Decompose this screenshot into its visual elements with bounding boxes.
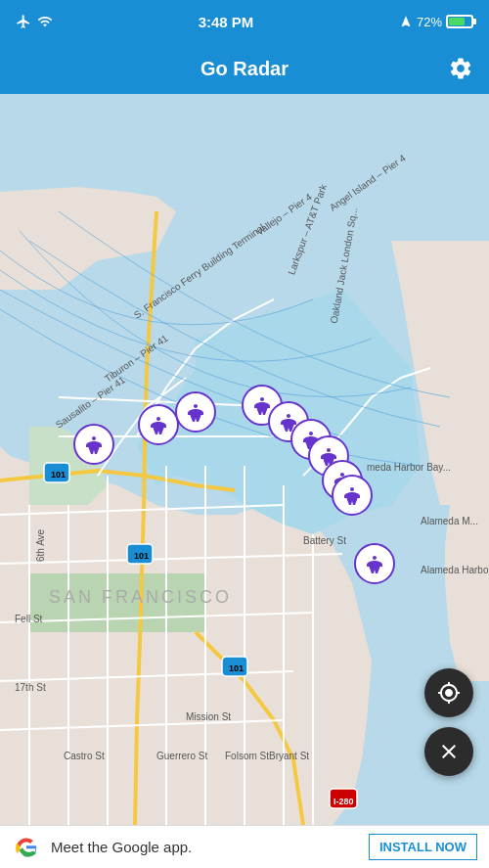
rider-pin[interactable] — [72, 423, 115, 466]
svg-text:Guerrero St: Guerrero St — [156, 751, 207, 761]
rider-pin[interactable] — [174, 390, 217, 434]
svg-text:Alameda Harbor Bay...: Alameda Harbor Bay... — [421, 565, 489, 575]
battery-icon — [446, 15, 473, 28]
map-area[interactable]: 6th Ave Fell St 17th St Castro St Guerre… — [0, 94, 489, 825]
svg-text:SAN FRANCISCO: SAN FRANCISCO — [49, 587, 232, 607]
svg-text:6th Ave: 6th Ave — [35, 528, 46, 562]
settings-button[interactable] — [446, 54, 475, 83]
ad-text: Meet the Google app. — [51, 839, 369, 855]
location-arrow-icon — [399, 15, 413, 28]
battery-fill — [449, 18, 465, 25]
status-right: 72% — [399, 15, 473, 29]
status-left — [16, 14, 53, 29]
svg-text:Alameda M...: Alameda M... — [421, 516, 478, 526]
locate-button[interactable] — [424, 668, 473, 717]
close-icon — [437, 740, 461, 763]
svg-text:Bryant St: Bryant St — [269, 751, 309, 761]
wifi-icon — [37, 14, 53, 29]
svg-text:Mission St: Mission St — [186, 711, 231, 722]
svg-text:101: 101 — [229, 663, 244, 673]
app-title: Go Radar — [200, 58, 289, 80]
status-bar: 3:48 PM 72% — [0, 0, 489, 43]
close-button[interactable] — [424, 727, 473, 776]
ad-banner: Meet the Google app. INSTALL NOW — [0, 825, 489, 868]
airplane-icon — [16, 14, 31, 29]
gear-icon — [448, 56, 473, 81]
rider-pin[interactable] — [331, 474, 374, 517]
svg-text:101: 101 — [134, 551, 149, 561]
svg-text:meda Harbor Bay...: meda Harbor Bay... — [367, 462, 451, 473]
nav-bar: Go Radar — [0, 43, 489, 94]
target-icon — [437, 681, 461, 705]
svg-text:Battery St: Battery St — [303, 535, 346, 546]
svg-text:Folsom St: Folsom St — [225, 751, 269, 761]
svg-text:Castro St: Castro St — [64, 751, 105, 761]
google-logo — [12, 833, 41, 862]
rider-pin[interactable] — [353, 542, 396, 585]
fab-container — [424, 668, 473, 776]
status-time: 3:48 PM — [199, 14, 254, 30]
svg-text:Fell St: Fell St — [15, 614, 43, 624]
install-button[interactable]: INSTALL NOW — [369, 834, 477, 860]
battery-percent: 72% — [417, 15, 442, 29]
svg-text:I-280: I-280 — [333, 797, 354, 806]
svg-text:17th St: 17th St — [15, 682, 46, 693]
svg-text:101: 101 — [51, 470, 66, 480]
